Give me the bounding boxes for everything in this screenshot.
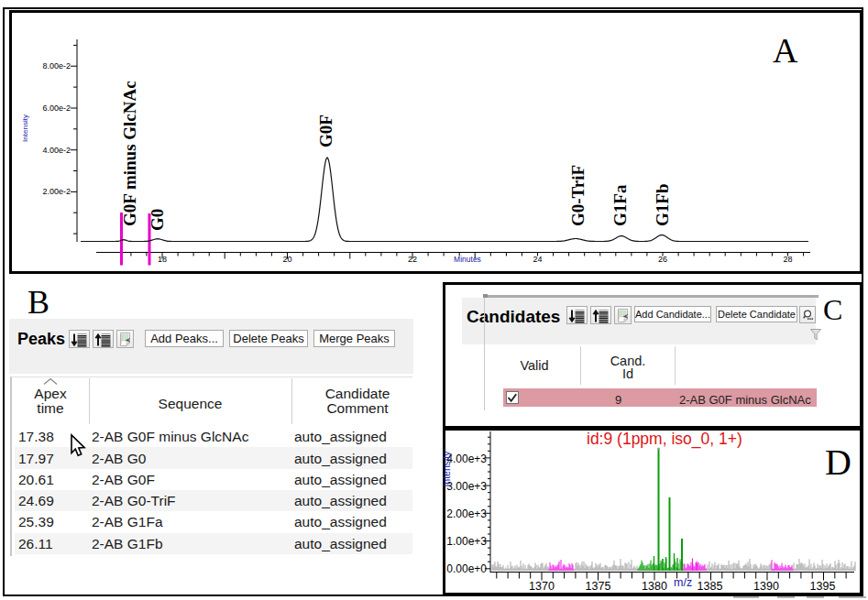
svg-text:Minutes: Minutes bbox=[454, 255, 481, 264]
svg-text:G0F minus GlcNAc: G0F minus GlcNAc bbox=[120, 81, 139, 226]
svg-text:4.00e+3: 4.00e+3 bbox=[446, 453, 487, 465]
svg-text:G0-TriF: G0-TriF bbox=[568, 165, 588, 226]
svg-text:G0: G0 bbox=[148, 209, 167, 231]
svg-text:18: 18 bbox=[158, 255, 167, 264]
svg-text:1375: 1375 bbox=[586, 580, 611, 593]
svg-text:1395: 1395 bbox=[810, 580, 836, 593]
svg-text:28: 28 bbox=[783, 255, 792, 264]
svg-text:2.00e-2: 2.00e-2 bbox=[42, 187, 71, 196]
svg-text:G1Fa: G1Fa bbox=[610, 184, 630, 226]
svg-text:4.00e-2: 4.00e-2 bbox=[42, 146, 71, 155]
svg-text:1385: 1385 bbox=[698, 580, 723, 593]
svg-text:G1Fb: G1Fb bbox=[653, 184, 672, 226]
svg-text:m/z: m/z bbox=[674, 576, 692, 589]
svg-text:1370: 1370 bbox=[529, 580, 555, 593]
svg-text:1380: 1380 bbox=[642, 580, 667, 593]
svg-text:26: 26 bbox=[658, 255, 667, 264]
svg-text:6.00e-2: 6.00e-2 bbox=[42, 104, 71, 113]
svg-text:20: 20 bbox=[282, 255, 291, 264]
svg-text:3.00e+3: 3.00e+3 bbox=[446, 480, 487, 493]
svg-text:8.00e-2: 8.00e-2 bbox=[42, 61, 71, 71]
svg-text:G0F: G0F bbox=[316, 115, 335, 147]
svg-text:2.00e+3: 2.00e+3 bbox=[446, 507, 487, 520]
svg-text:Intensity: Intensity bbox=[21, 115, 29, 142]
svg-text:22: 22 bbox=[408, 255, 417, 264]
svg-text:Intensity: Intensity bbox=[441, 451, 452, 487]
svg-text:1.00e+3: 1.00e+3 bbox=[446, 535, 487, 548]
svg-text:1390: 1390 bbox=[753, 580, 779, 593]
svg-text:0.00e+0: 0.00e+0 bbox=[446, 562, 487, 575]
svg-text:24: 24 bbox=[533, 255, 542, 264]
